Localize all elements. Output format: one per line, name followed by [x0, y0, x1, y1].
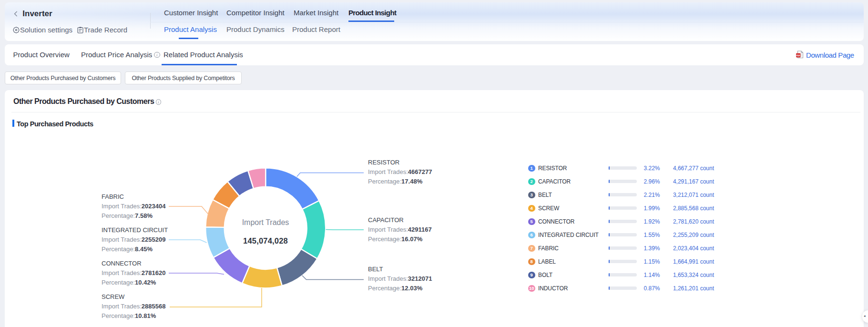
- svg-text:PDF: PDF: [796, 54, 800, 57]
